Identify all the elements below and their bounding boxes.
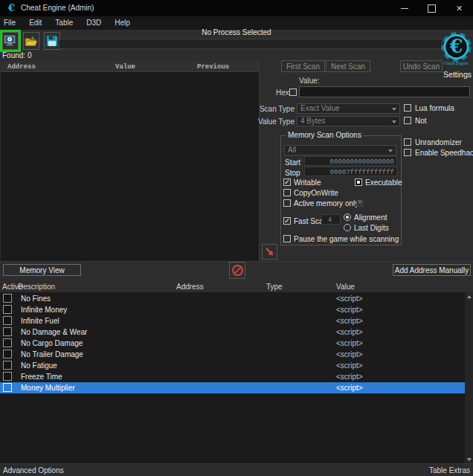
row-description: No Trailer Damage bbox=[21, 350, 83, 358]
row-description: No Damage & Wear bbox=[21, 328, 87, 336]
table-row[interactable]: No Damage & Wear <script> bbox=[0, 327, 465, 338]
copyonwrite-label[interactable]: CopyOnWrite bbox=[294, 189, 338, 197]
clear-icon[interactable] bbox=[356, 200, 363, 207]
row-checkbox[interactable] bbox=[3, 338, 12, 347]
found-count: 0 bbox=[28, 51, 32, 60]
memory-view-button[interactable]: Memory View bbox=[3, 264, 81, 276]
copyonwrite-checkbox[interactable] bbox=[283, 189, 291, 196]
table-extras-link[interactable]: Table Extras bbox=[429, 466, 470, 475]
table-row[interactable]: Money Multiplier <script> bbox=[0, 382, 465, 393]
pause-game-label[interactable]: Pause the game while scanning bbox=[294, 235, 399, 243]
scroll-down-button[interactable] bbox=[465, 455, 473, 463]
cheat-engine-window: Cheat Engine (Admin) File Edit Table D3D… bbox=[0, 0, 473, 476]
scan-type-dropdown[interactable]: Exact Value bbox=[297, 103, 400, 114]
chevron-down-icon bbox=[392, 120, 396, 123]
table-row[interactable]: No Fines <script> bbox=[0, 293, 465, 304]
settings-link[interactable]: Settings bbox=[440, 70, 472, 79]
table-row[interactable]: No Trailer Damage <script> bbox=[0, 349, 465, 360]
hex-label: Hex bbox=[276, 89, 289, 97]
row-description: No Cargo Damage bbox=[21, 339, 83, 347]
row-description: Money Multiplier bbox=[21, 384, 75, 392]
speedhack-label[interactable]: Enable Speedhack bbox=[415, 149, 473, 157]
alignment-label[interactable]: Alignment bbox=[354, 213, 387, 222]
row-checkbox[interactable] bbox=[3, 327, 12, 336]
next-scan-button[interactable]: Next Scan bbox=[326, 60, 370, 72]
logo-caption: Cheat Engine bbox=[440, 61, 473, 65]
row-checkbox[interactable] bbox=[3, 305, 12, 314]
row-description: Infinite Money bbox=[21, 306, 67, 314]
advanced-options-link[interactable]: Advanced Options bbox=[3, 466, 64, 475]
memory-scan-options-title: Memory Scan Options bbox=[286, 131, 364, 139]
chevron-down-icon bbox=[388, 149, 393, 152]
executable-checkbox[interactable] bbox=[355, 178, 362, 186]
row-description: Infinite Fuel bbox=[21, 317, 59, 325]
found-col-address: Address bbox=[7, 63, 36, 71]
row-description: Freeze Time bbox=[21, 373, 62, 381]
executable-label[interactable]: Executable bbox=[365, 178, 402, 187]
active-memory-checkbox[interactable] bbox=[283, 199, 291, 207]
alignment-radio[interactable] bbox=[344, 213, 351, 221]
app-logo-icon bbox=[6, 2, 17, 14]
lua-formula-checkbox[interactable] bbox=[404, 104, 411, 112]
lua-formula-label[interactable]: Lua formula bbox=[415, 104, 454, 112]
row-checkbox[interactable] bbox=[3, 350, 12, 358]
not-checkbox[interactable] bbox=[404, 117, 411, 124]
row-checkbox[interactable] bbox=[3, 383, 12, 392]
fast-scan-checkbox[interactable] bbox=[283, 217, 291, 225]
row-description: No Fatigue bbox=[21, 361, 57, 370]
row-checkbox[interactable] bbox=[3, 361, 12, 370]
table-row[interactable]: Infinite Fuel <script> bbox=[0, 315, 465, 327]
unrandomizer-checkbox[interactable] bbox=[404, 138, 411, 146]
col-description: Description bbox=[18, 283, 55, 291]
value-type-dropdown[interactable]: 4 Bytes bbox=[297, 116, 400, 126]
row-checkbox[interactable] bbox=[3, 316, 12, 325]
row-checkbox[interactable] bbox=[3, 294, 12, 303]
stop-label: Stop bbox=[285, 169, 300, 177]
row-value: <script> bbox=[336, 339, 363, 347]
table-row[interactable]: No Cargo Damage <script> bbox=[0, 338, 465, 349]
found-list[interactable]: Address Value Previous bbox=[1, 61, 260, 262]
found-col-previous: Previous bbox=[197, 63, 229, 71]
hex-checkbox[interactable] bbox=[289, 89, 297, 96]
table-row[interactable]: Freeze Time <script> bbox=[0, 371, 465, 382]
pause-game-checkbox[interactable] bbox=[283, 235, 291, 242]
last-digits-label[interactable]: Last Digits bbox=[354, 224, 389, 232]
row-value: <script> bbox=[336, 328, 363, 336]
writable-checkbox[interactable] bbox=[283, 178, 291, 186]
last-digits-radio[interactable] bbox=[344, 224, 351, 231]
active-memory-label[interactable]: Active memory only bbox=[294, 199, 358, 208]
row-checkbox[interactable] bbox=[3, 372, 12, 381]
deactivate-button[interactable] bbox=[229, 262, 245, 279]
unrandomizer-label[interactable]: Unrandomizer bbox=[415, 138, 462, 147]
scan-pointer-button[interactable] bbox=[262, 244, 277, 260]
writable-label[interactable]: Writable bbox=[294, 178, 321, 187]
table-row[interactable]: Infinite Money <script> bbox=[0, 304, 465, 315]
cheat-engine-logo-icon[interactable]: € bbox=[440, 30, 473, 64]
row-value: <script> bbox=[336, 384, 363, 392]
start-address-input[interactable] bbox=[304, 156, 397, 166]
window-title: Cheat Engine (Admin) bbox=[21, 0, 94, 16]
first-scan-button[interactable]: First Scan bbox=[281, 60, 325, 72]
minimize-button[interactable] bbox=[390, 0, 418, 16]
table-row[interactable]: No Fatigue <script> bbox=[0, 360, 465, 371]
row-value: <script> bbox=[336, 317, 363, 325]
arrow-southeast-icon bbox=[264, 246, 275, 257]
maximize-button[interactable] bbox=[418, 0, 445, 16]
not-label[interactable]: Not bbox=[415, 117, 427, 125]
found-label-text: Found: bbox=[2, 51, 25, 60]
add-address-manually-button[interactable]: Add Address Manually bbox=[393, 264, 471, 276]
found-count-label: Found: 0 bbox=[2, 51, 31, 60]
table-scrollbar[interactable] bbox=[465, 292, 473, 463]
row-value: <script> bbox=[336, 361, 363, 370]
stop-address-input[interactable] bbox=[304, 167, 397, 176]
region-dropdown[interactable]: All bbox=[284, 145, 396, 155]
undo-scan-button[interactable]: Undo Scan bbox=[400, 60, 443, 72]
scan-type-value: Exact Value bbox=[300, 104, 340, 112]
value-input[interactable] bbox=[299, 86, 470, 97]
cheat-table-body[interactable]: No Fines <script> Infinite Money <script… bbox=[0, 292, 473, 463]
speedhack-checkbox[interactable] bbox=[404, 149, 411, 156]
minimize-icon bbox=[401, 8, 408, 9]
scroll-up-button[interactable] bbox=[465, 292, 473, 300]
close-button[interactable] bbox=[445, 0, 473, 16]
fast-scan-value-input[interactable] bbox=[321, 214, 341, 225]
